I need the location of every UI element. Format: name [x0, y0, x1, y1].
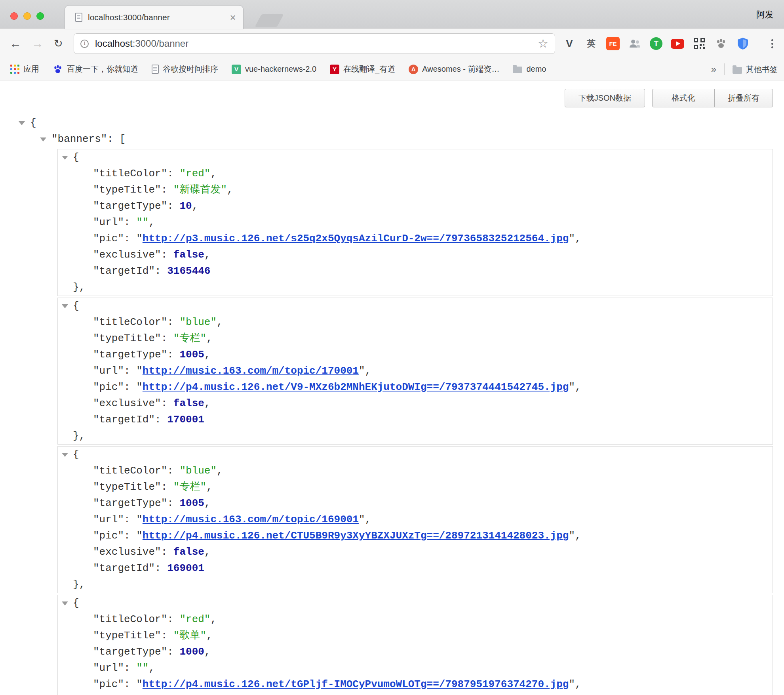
json-line: "typeTitle": "专栏",	[58, 330, 773, 347]
collapse-toggle-icon[interactable]	[62, 304, 68, 308]
extension-v-icon[interactable]	[563, 37, 576, 50]
extension-paw-icon[interactable]	[714, 37, 728, 50]
close-window-button[interactable]	[10, 12, 18, 20]
json-token: :	[161, 332, 173, 344]
json-link-value[interactable]: http://p4.music.126.net/V9-MXz6b2MNhEKju…	[143, 381, 569, 393]
json-line: "exclusive": false,	[58, 544, 773, 560]
json-token: :	[155, 265, 167, 277]
extension-translate-icon[interactable]	[584, 37, 598, 50]
bookmark-awesomes[interactable]: A Awesomes - 前端资…	[409, 64, 499, 74]
json-key: "targetType"	[93, 497, 167, 509]
json-tree: {"banners": [{"titleColor": "red","typeT…	[0, 81, 784, 695]
json-token: ,	[204, 397, 211, 409]
json-token: "	[359, 514, 365, 525]
new-tab-button[interactable]	[255, 14, 284, 27]
json-token: :	[167, 613, 179, 625]
collapse-toggle-icon[interactable]	[62, 453, 68, 457]
extension-t-shield-icon[interactable]	[650, 37, 662, 50]
forward-arrow-icon[interactable]	[32, 29, 44, 58]
json-token: :	[167, 316, 179, 328]
bookmark-apps[interactable]: 应用	[10, 64, 39, 74]
bookmark-label: demo	[526, 65, 546, 74]
json-link-value[interactable]: http://p4.music.126.net/tGPljf-IMOCyPvum…	[143, 678, 569, 690]
json-token: :	[161, 481, 173, 493]
bookmark-label: vue-hackernews-2.0	[245, 65, 316, 74]
json-token: :	[161, 630, 173, 642]
json-string-value: "歌单"	[173, 630, 206, 642]
bookmarks-overflow-chevron[interactable]: »	[711, 64, 716, 75]
json-token: :	[167, 349, 179, 361]
json-token: "	[136, 381, 143, 393]
minimize-window-button[interactable]	[23, 12, 31, 20]
bookmark-youdao[interactable]: Y 在线翻译_有道	[330, 64, 395, 74]
json-key: "typeTitle"	[93, 481, 161, 493]
page-info-icon[interactable]	[80, 40, 89, 48]
json-line: "titleColor": "red",	[58, 611, 773, 628]
bookmark-google-sort[interactable]: 谷歌按时间排序	[152, 64, 218, 74]
json-number-value: 169001	[167, 562, 204, 574]
collapse-all-button[interactable]: 折叠所有	[714, 89, 773, 107]
json-link-value[interactable]: http://music.163.com/m/topic/169001	[143, 514, 359, 525]
json-line: "targetId": 3165446	[58, 263, 773, 279]
json-link-value[interactable]: http://music.163.com/m/topic/170001	[143, 365, 359, 377]
json-link-value[interactable]: http://p3.music.126.net/s25q2x5QyqsAzilC…	[143, 233, 569, 244]
bookmark-vue-hackernews[interactable]: V vue-hackernews-2.0	[232, 65, 316, 74]
json-token: {	[73, 300, 79, 312]
json-string-value: "新碟首发"	[173, 184, 227, 196]
collapse-toggle-icon[interactable]	[19, 121, 25, 125]
json-token: ,	[192, 200, 198, 212]
json-line: "url": "http://music.163.com/m/topic/169…	[58, 512, 773, 528]
json-key: "pic"	[93, 530, 124, 542]
json-token: :	[124, 514, 136, 525]
extension-people-icon[interactable]	[628, 37, 641, 50]
extension-fe-icon[interactable]	[606, 37, 620, 50]
json-token: },	[73, 281, 85, 293]
extension-qr-code-icon[interactable]	[693, 37, 706, 50]
json-token: :	[124, 662, 136, 674]
document-icon	[152, 65, 159, 74]
bookmark-star-icon[interactable]	[538, 38, 548, 50]
json-line: "typeTitle": "新碟首发",	[58, 182, 773, 198]
collapse-toggle-icon[interactable]	[62, 601, 68, 605]
json-line: },	[58, 428, 773, 444]
json-number-value: 170001	[167, 414, 204, 426]
browser-menu-icon[interactable]	[768, 29, 776, 58]
reload-icon[interactable]	[54, 29, 63, 58]
address-bar[interactable]: localhost:3000/banner	[74, 33, 555, 54]
bookmark-demo-folder[interactable]: demo	[513, 65, 546, 74]
json-line: "exclusive": false,	[58, 395, 773, 412]
extension-blue-shield-icon[interactable]	[736, 37, 750, 50]
browser-tab[interactable]: localhost:3000/banner	[65, 6, 243, 29]
json-token: :	[167, 646, 179, 658]
tab-bar: localhost:3000/banner 阿发	[0, 0, 784, 29]
json-line: "targetId": 170001	[58, 412, 773, 428]
url-text[interactable]: localhost:3000/banner	[95, 38, 188, 49]
collapse-toggle-icon[interactable]	[40, 137, 46, 141]
back-arrow-icon[interactable]	[10, 29, 21, 58]
json-key: "url"	[93, 662, 124, 674]
extension-youtube-icon[interactable]	[671, 39, 684, 49]
json-token: :	[167, 465, 179, 477]
page-actions: 下载JSON数据 格式化 折叠所有	[565, 89, 773, 107]
baidu-paw-icon	[53, 64, 63, 74]
json-token: :	[124, 365, 136, 377]
json-line: "titleColor": "red",	[58, 166, 773, 182]
json-line: {	[58, 595, 773, 611]
json-string-value: "专栏"	[173, 481, 206, 493]
json-token: ,	[217, 465, 223, 477]
download-json-button[interactable]: 下载JSON数据	[565, 89, 645, 107]
json-number-value: 1000	[179, 646, 204, 658]
json-number-value: 3165446	[167, 265, 210, 277]
json-key: "url"	[93, 514, 124, 525]
tab-close-icon[interactable]	[227, 12, 238, 23]
other-bookmarks-folder[interactable]: 其他书签	[733, 64, 778, 75]
bookmark-baidu[interactable]: 百度一下，你就知道	[53, 64, 138, 74]
bookmark-label: 百度一下，你就知道	[67, 64, 138, 74]
bookmarks-separator	[724, 63, 725, 75]
zoom-window-button[interactable]	[36, 12, 44, 20]
json-link-value[interactable]: http://p4.music.126.net/CTU5B9R9y3XyYBZX…	[143, 530, 569, 542]
collapse-toggle-icon[interactable]	[62, 156, 68, 160]
json-boolean-value: false	[173, 397, 204, 409]
format-button[interactable]: 格式化	[652, 89, 715, 107]
json-token: ,	[206, 481, 213, 493]
